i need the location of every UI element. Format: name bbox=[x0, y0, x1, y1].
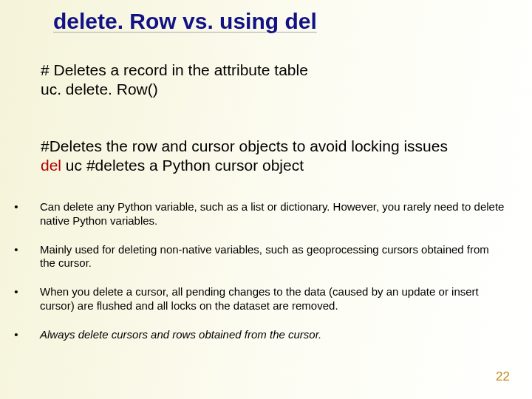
code-comment-2: #Deletes the row and cursor objects to a… bbox=[41, 137, 510, 156]
bullet-text: Always delete cursors and rows obtained … bbox=[40, 328, 506, 342]
slide: delete. Row vs. using del # Deletes a re… bbox=[0, 0, 532, 399]
bullet-text: Mainly used for deleting non-native vari… bbox=[40, 243, 506, 271]
code-block-1: # Deletes a record in the attribute tabl… bbox=[41, 61, 502, 100]
bullet-dot-icon: • bbox=[13, 243, 19, 257]
bullet-item: • Can delete any Python variable, such a… bbox=[13, 200, 506, 228]
code-line-2-rest: uc #deletes a Python cursor object bbox=[61, 157, 304, 174]
bullet-item: • When you delete a cursor, all pending … bbox=[13, 285, 506, 313]
bullet-dot-icon: • bbox=[13, 285, 19, 299]
code-line-2: del uc #deletes a Python cursor object bbox=[41, 156, 510, 175]
bullet-dot-icon: • bbox=[13, 200, 19, 214]
bullet-text: Can delete any Python variable, such as … bbox=[40, 200, 506, 228]
code-block-2: #Deletes the row and cursor objects to a… bbox=[41, 137, 510, 176]
bullet-list: • Can delete any Python variable, such a… bbox=[13, 200, 506, 356]
bullet-text: When you delete a cursor, all pending ch… bbox=[40, 285, 506, 313]
code-comment-1: # Deletes a record in the attribute tabl… bbox=[41, 61, 502, 80]
page-number: 22 bbox=[496, 369, 510, 384]
slide-title: delete. Row vs. using del bbox=[53, 9, 317, 34]
bullet-item: • Mainly used for deleting non-native va… bbox=[13, 243, 506, 271]
del-keyword: del bbox=[41, 157, 61, 174]
code-line-1: uc. delete. Row() bbox=[41, 80, 502, 99]
bullet-dot-icon: • bbox=[13, 328, 19, 342]
bullet-item: • Always delete cursors and rows obtaine… bbox=[13, 328, 506, 342]
